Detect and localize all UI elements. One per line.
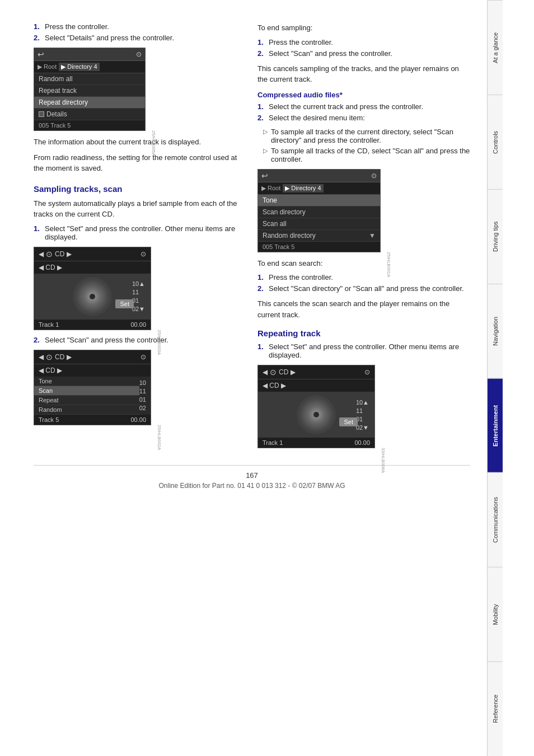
cd-set-button-1[interactable]: Set	[115, 299, 134, 308]
ui-header-1: ↩ ⊙	[34, 48, 145, 61]
breadcrumb-dir-1: ▶ Directory 4	[59, 63, 99, 71]
ui-status-bar-1: 005 Track 5	[34, 120, 145, 130]
cd-header-2: ◀ ⊙ CD ▶ ⊙	[34, 350, 151, 364]
cancel-scan-text: This cancels the scan search and the pla…	[257, 298, 470, 320]
cd-track-label-2: Track 5	[39, 416, 59, 423]
scan-step-2: 2. Select "Scan" and press the controlle…	[34, 336, 246, 344]
sampling-step-text-1: Select "Set" and press the controller. O…	[45, 224, 246, 241]
arrow-bullet-1: ▷	[263, 128, 268, 144]
cd-track-label-1: Track 1	[39, 321, 59, 328]
cd-menu-scan: Scan	[34, 386, 139, 396]
track-status-2: 005 Track 5	[263, 243, 294, 250]
menu-details: Details	[34, 109, 145, 120]
end-scan-text-1: Press the controller.	[269, 273, 470, 281]
img-ref-2: 25/HLB003A	[157, 330, 162, 355]
step-num-2: 2.	[34, 34, 41, 42]
tab-mobility[interactable]: Mobility	[488, 567, 503, 661]
menu-tone: Tone	[258, 195, 380, 206]
breadcrumb-dir-2: ▶ Directory 4	[283, 184, 323, 192]
footer-text: Online Edition for Part no. 01 41 0 013 …	[34, 482, 470, 490]
cd-nav-3b: ◀ CD ▶	[263, 382, 286, 389]
tab-reference[interactable]: Reference	[488, 661, 503, 756]
details-checkbox-item: Details	[39, 110, 140, 118]
cd-disc-area-1: 10▲ 11 01 02▼ Set	[34, 274, 151, 320]
tab-entertainment[interactable]: Entertainment	[488, 378, 503, 473]
ui-breadcrumb-1: ▶ Root ▶ Directory 4	[34, 61, 145, 73]
repeating-step-1: 1. Select "Set" and press the controller…	[257, 342, 470, 359]
breadcrumb-root-2: ▶ Root	[261, 185, 280, 192]
cd-header-1: ◀ ⊙ CD ▶ ⊙	[34, 247, 151, 261]
sub-step-text-1: To sample all tracks of the current dire…	[271, 128, 470, 144]
compressed-num-2: 2.	[257, 114, 265, 122]
end-scan-step-1: 1. Press the controller.	[257, 273, 470, 281]
cd-numbers-3: 10▲ 11 01 02▼	[356, 392, 369, 438]
tab-driving-tips[interactable]: Driving tips	[488, 189, 503, 284]
img-ref-3: 25/HLB002A	[157, 425, 162, 450]
sub-step-scan-all: ▷ To sample all tracks of the CD, select…	[263, 147, 470, 163]
scan-step-num-2: 2.	[34, 336, 41, 344]
end-scan-text-2: Select "Scan directory" or "Scan all" an…	[269, 284, 470, 293]
compressed-text-1: Select the current track and press the c…	[269, 102, 470, 111]
page-number: 167	[34, 471, 470, 480]
img-ref-1: 25/HLB005A	[151, 130, 156, 156]
settings-icon-1: ⊙	[136, 50, 142, 58]
img-ref-4: 25/HLB001A	[386, 252, 391, 277]
end-sampling-step-2: 2. Select "Scan" and press the controlle…	[257, 49, 470, 58]
menu-scan-all: Scan all	[258, 218, 380, 230]
cd-set-button-3[interactable]: Set	[339, 417, 358, 426]
scan-step-text-2: Select "Scan" and press the controller.	[45, 336, 246, 344]
compressed-num-1: 1.	[257, 102, 265, 111]
info-text-2: From radio readiness, the setting for th…	[34, 152, 246, 174]
cd-header-1b: ◀ CD ▶	[34, 261, 151, 274]
ui-breadcrumb-2: ▶ Root ▶ Directory 4	[258, 182, 380, 195]
cd-disc-3	[297, 395, 336, 434]
cd-header-2b: ◀ CD ▶	[34, 364, 151, 377]
menu-repeat-track: Repeat track	[34, 85, 145, 97]
left-column: 1. Press the controller. 2. Select "Deta…	[34, 22, 246, 454]
end-scan-step-2: 2. Select "Scan directory" or "Scan all"…	[257, 284, 470, 293]
cd-numbers-2: 10 11 01 02	[139, 377, 151, 415]
sub-step-scan-dir: ▷ To sample all tracks of the current di…	[263, 128, 470, 144]
tab-communications[interactable]: Communications	[488, 472, 503, 567]
tab-controls[interactable]: Controls	[488, 95, 503, 189]
cd-time-1: 00.00	[130, 321, 146, 328]
menu-scan-directory: Scan directory	[258, 206, 380, 218]
ui-header-2: ↩ ⊙	[258, 170, 380, 182]
cd-num3-11: 11	[356, 407, 369, 414]
details-checkbox	[39, 111, 44, 117]
menu-repeat-directory: Repeat directory	[34, 97, 145, 109]
cd-menu-repeat: Repeat	[34, 396, 139, 405]
cd-num2-10: 10	[139, 379, 146, 386]
tab-at-a-glance[interactable]: At a glance	[488, 0, 503, 95]
end-sampling-text-2: Select "Scan" and press the controller.	[269, 49, 470, 58]
sub-step-text-2: To sample all tracks of the CD, select "…	[271, 147, 470, 163]
cd-num3-10: 10▲	[356, 399, 369, 406]
tab-navigation[interactable]: Navigation	[488, 284, 503, 378]
repeating-num-1: 1.	[257, 342, 265, 359]
end-scan-num-1: 1.	[257, 273, 265, 281]
details-label: Details	[46, 110, 67, 118]
cd-num-01: 01	[132, 297, 145, 304]
step-2: 2. Select "Details" and press the contro…	[34, 34, 246, 42]
step-1: 1. Press the controller.	[34, 22, 246, 31]
compressed-step-2: 2. Select the desired menu item:	[257, 114, 470, 122]
end-sampling-steps: 1. Press the controller. 2. Select "Scan…	[257, 38, 470, 58]
cd-player-ui-1: ◀ ⊙ CD ▶ ⊙ ◀ CD ▶ 10▲ 11 01 02▼	[34, 247, 151, 330]
cd-nav-1: ◀ ⊙ CD ▶	[39, 250, 72, 259]
repeating-text-1: Select "Set" and press the controller. O…	[269, 342, 470, 359]
cd-num3-01: 01	[356, 416, 369, 422]
ui-box-directory-menu: ↩ ⊙ ▶ Root ▶ Directory 4 Random all Repe…	[34, 48, 146, 131]
breadcrumb-root-1: ▶ Root	[38, 63, 57, 71]
end-sampling-num-1: 1.	[257, 38, 265, 46]
cd-num2-01: 01	[139, 396, 146, 403]
page-footer: 167 Online Edition for Part no. 01 41 0 …	[34, 465, 470, 490]
back-icon-2: ↩	[261, 171, 268, 180]
menu-random-all: Random all	[34, 73, 145, 85]
cd-num-10: 10▲	[132, 280, 145, 287]
cd-menu-random: Random	[34, 405, 139, 415]
intro-steps: 1. Press the controller. 2. Select "Deta…	[34, 22, 246, 42]
scan-step-2-list: 2. Select "Scan" and press the controlle…	[34, 336, 246, 344]
section-heading-sampling: Sampling tracks, scan	[34, 184, 246, 194]
end-scan-steps: 1. Press the controller. 2. Select "Scan…	[257, 273, 470, 293]
cd-num3-02: 02▼	[356, 424, 369, 431]
